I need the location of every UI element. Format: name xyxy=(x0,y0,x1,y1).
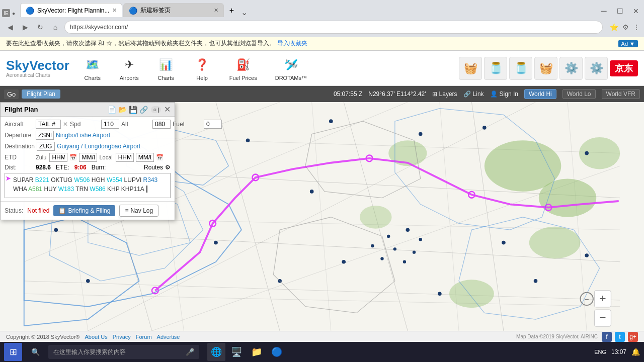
new-tab-btn[interactable]: + xyxy=(225,4,238,17)
calendar-icon2[interactable]: 📅 xyxy=(156,154,164,161)
spd-label: Spd xyxy=(70,121,99,128)
time-display: 05:07:55 Z xyxy=(334,90,362,98)
taskbar-app2[interactable]: 🖥️ xyxy=(227,343,246,361)
privacy-link[interactable]: Privacy xyxy=(113,334,131,340)
nav-fuel[interactable]: ⛽ Fuel Prices xyxy=(225,54,261,83)
sign-in-btn[interactable]: 👤 Sign In xyxy=(490,90,518,98)
fp-panel-title: Flight Plan 📄 📂 💾 🔗 ○| ✕ xyxy=(1,103,175,117)
map-area[interactable]: + − − Flight Plan 📄 📂 💾 🔗 xyxy=(0,102,644,331)
charts-icon: 🗺️ xyxy=(84,56,102,74)
tab-title2: 新建标签页 xyxy=(140,6,171,15)
routes-icon: ⚙ xyxy=(165,164,171,171)
restore-btn[interactable]: ☐ xyxy=(614,5,626,17)
twitter-icon[interactable]: t xyxy=(615,332,625,342)
fp-close-btn[interactable]: ✕ xyxy=(164,105,171,114)
nav-drotams[interactable]: 🛩️ DROTAMs™ xyxy=(271,54,311,83)
refresh-btn[interactable]: ↻ xyxy=(34,21,46,33)
tab-close-btn2[interactable]: ✕ xyxy=(214,7,218,14)
import-favorites-link[interactable]: 导入收藏夹 xyxy=(277,39,307,48)
jd-ad[interactable]: 京东 xyxy=(610,60,638,76)
tab-skyvector[interactable]: 🔵 SkyVector: Flight Plannin... ✕ xyxy=(20,3,122,17)
world-lo-btn[interactable]: World Lo xyxy=(562,89,596,99)
settings-icon[interactable]: ⋮ xyxy=(633,23,640,31)
fp-toggle[interactable]: ○| xyxy=(151,106,161,113)
minimize-btn[interactable]: ─ xyxy=(598,5,610,17)
tab-list-btn[interactable]: ⌄ xyxy=(241,8,248,17)
svg-point-38 xyxy=(342,260,346,264)
local-date-input[interactable] xyxy=(136,153,154,162)
start-btn[interactable]: ⊞ xyxy=(4,343,22,361)
nav-charts2[interactable]: 📊 Charts xyxy=(153,54,179,83)
help-icon: ❓ xyxy=(193,56,211,74)
facebook-icon[interactable]: f xyxy=(602,332,612,342)
svg-point-42 xyxy=(534,279,538,283)
ad-badge: Ad ▼ xyxy=(618,40,638,47)
nav-charts[interactable]: 🗺️ Charts xyxy=(79,54,106,83)
fp-bottom-bar: Status: Not filed 📋 Briefing & Filing ≡ … xyxy=(1,201,175,220)
taskbar-app4[interactable]: 🔵 xyxy=(268,343,286,361)
world-vfr-btn[interactable]: World VFR xyxy=(602,89,640,99)
local-time-input[interactable] xyxy=(116,153,134,162)
tab-close-btn[interactable]: ✕ xyxy=(112,7,117,14)
advertise-link[interactable]: Advertise xyxy=(157,334,180,340)
svg-point-49 xyxy=(86,279,90,283)
nav-charts2-label: Charts xyxy=(157,75,174,81)
appliance-4: 🧺 xyxy=(534,57,557,80)
tools-icon[interactable]: ⚙ xyxy=(622,23,629,31)
fp-share-btn[interactable]: 🔗 xyxy=(139,106,148,114)
layers-btn[interactable]: ⊞ Layers xyxy=(432,90,457,98)
departure-code-input[interactable] xyxy=(36,131,54,140)
departure-name-link[interactable]: Ningbo/Lishe Airport xyxy=(56,132,110,139)
svg-point-53 xyxy=(380,257,383,260)
calendar-icon1[interactable]: 📅 xyxy=(69,154,77,161)
destination-code-input[interactable] xyxy=(37,142,55,151)
about-link[interactable]: About Us xyxy=(85,334,107,340)
taskbar-app3[interactable]: 📁 xyxy=(248,343,266,361)
aircraft-input[interactable] xyxy=(36,120,61,129)
forum-link[interactable]: Forum xyxy=(136,334,152,340)
tab-new-page[interactable]: 🔵 新建标签页 ✕ xyxy=(123,3,224,17)
fp-new-btn[interactable]: 📄 xyxy=(108,106,116,114)
fp-breadcrumb: Flight Plan xyxy=(22,89,60,99)
nav-airports[interactable]: ✈ Airports xyxy=(116,54,143,83)
svg-point-39 xyxy=(406,228,410,232)
destination-name-link[interactable]: Guiyang / Longdongbao Airport xyxy=(57,143,140,150)
route-text-box[interactable]: SUPAR B221 OKTUG W506 HGH W554 LUPVI R34… xyxy=(5,173,171,198)
navlog-btn[interactable]: ≡ Nav Log xyxy=(119,205,158,217)
fp-open-btn[interactable]: 📂 xyxy=(118,106,127,114)
taskbar-search[interactable]: 在这里输入你要搜索的内容 🎤 xyxy=(48,345,199,359)
fuel-icon: ⛽ xyxy=(234,56,252,74)
aircraft-x-btn[interactable]: ✕ xyxy=(63,121,68,128)
nav-help-label: Help xyxy=(196,75,208,81)
dist-value: 928.6 xyxy=(36,164,51,171)
taskbar: ⊞ 🔍 在这里输入你要搜索的内容 🎤 🌐 🖥️ 📁 🔵 ENG 13:07 🔔 xyxy=(0,342,644,362)
close-btn[interactable]: ✕ xyxy=(630,5,642,17)
fuel-input[interactable] xyxy=(204,120,222,129)
back-btn[interactable]: ◀ xyxy=(4,21,16,33)
etd-zulu-input[interactable] xyxy=(49,153,67,162)
etd-date-input[interactable] xyxy=(79,153,97,162)
spd-input[interactable] xyxy=(101,120,119,129)
home-btn[interactable]: ⌂ xyxy=(49,21,61,33)
alt-input[interactable] xyxy=(152,120,171,129)
nav-help[interactable]: ❓ Help xyxy=(189,54,215,83)
forward-btn[interactable]: ▶ xyxy=(19,21,31,33)
aircraft-label: Aircraft xyxy=(5,121,34,128)
link-btn[interactable]: 🔗 Link xyxy=(463,90,484,98)
briefing-btn[interactable]: 📋 Briefing & Filing xyxy=(53,205,115,216)
favorites-icon[interactable]: ⭐ xyxy=(610,23,618,31)
nav-charts-label: Charts xyxy=(85,75,101,81)
fp-save-btn[interactable]: 💾 xyxy=(129,106,137,114)
routes-label: Routes xyxy=(144,164,163,171)
fuel-label: Fuel xyxy=(173,121,202,128)
destination-label: Destination xyxy=(5,143,35,150)
status-label: Status: xyxy=(5,207,23,214)
zulu-label: Zulu xyxy=(36,154,46,160)
googleplus-icon[interactable]: g+ xyxy=(628,332,638,342)
search-icon-taskbar: 🔍 xyxy=(26,343,44,361)
navlog-icon: ≡ xyxy=(125,207,128,214)
taskbar-ie-app[interactable]: 🌐 xyxy=(207,343,225,361)
world-hi-btn[interactable]: World Hi xyxy=(524,89,556,99)
go-btn[interactable]: Go xyxy=(4,89,19,99)
address-bar[interactable]: https://skyvector.com/ xyxy=(64,21,603,34)
